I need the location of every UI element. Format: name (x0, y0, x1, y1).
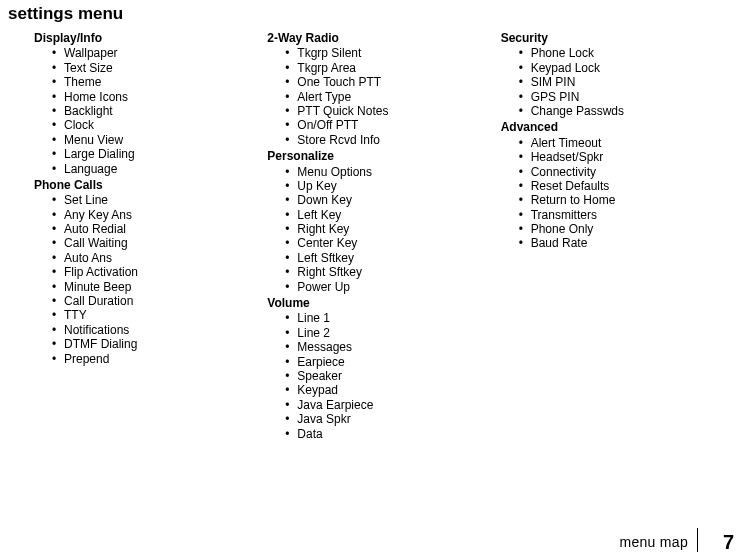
group-list: Tkgrp SilentTkgrp AreaOne Touch PTTAlert… (267, 46, 500, 147)
list-item: Data (267, 427, 500, 441)
list-item: Baud Rate (501, 236, 734, 250)
list-item: Messages (267, 340, 500, 354)
group-list: WallpaperText SizeThemeHome IconsBacklig… (34, 46, 267, 176)
list-item: Language (34, 162, 267, 176)
footer-section-label: menu map (619, 534, 688, 550)
group-title: Volume (267, 296, 500, 310)
list-item: Transmitters (501, 208, 734, 222)
list-item: Down Key (267, 193, 500, 207)
list-item: Left Key (267, 208, 500, 222)
group-list: Line 1Line 2MessagesEarpieceSpeakerKeypa… (267, 311, 500, 441)
list-item: Phone Lock (501, 46, 734, 60)
list-item: Headset/Spkr (501, 150, 734, 164)
list-item: Power Up (267, 280, 500, 294)
list-item: Auto Redial (34, 222, 267, 236)
list-item: Clock (34, 118, 267, 132)
list-item: Left Sftkey (267, 251, 500, 265)
list-item: Call Duration (34, 294, 267, 308)
list-item: Minute Beep (34, 280, 267, 294)
list-item: Center Key (267, 236, 500, 250)
column-0: Display/InfoWallpaperText SizeThemeHome … (34, 30, 267, 443)
group-list: Set LineAny Key AnsAuto RedialCall Waiti… (34, 193, 267, 366)
group-title: Advanced (501, 120, 734, 134)
group-title: Personalize (267, 149, 500, 163)
footer-page-number: 7 (723, 531, 734, 554)
group-title: Display/Info (34, 31, 267, 45)
list-item: Alert Type (267, 90, 500, 104)
list-item: Tkgrp Silent (267, 46, 500, 60)
group-title: Security (501, 31, 734, 45)
list-item: Line 2 (267, 326, 500, 340)
list-item: DTMF Dialing (34, 337, 267, 351)
list-item: Text Size (34, 61, 267, 75)
list-item: Tkgrp Area (267, 61, 500, 75)
list-item: Prepend (34, 352, 267, 366)
list-item: SIM PIN (501, 75, 734, 89)
list-item: On/Off PTT (267, 118, 500, 132)
footer-divider (697, 528, 698, 552)
column-1: 2-Way RadioTkgrp SilentTkgrp AreaOne Tou… (267, 30, 500, 443)
list-item: Home Icons (34, 90, 267, 104)
list-item: TTY (34, 308, 267, 322)
group-list: Phone LockKeypad LockSIM PINGPS PINChang… (501, 46, 734, 118)
group-title: Phone Calls (34, 178, 267, 192)
list-item: Menu Options (267, 165, 500, 179)
list-item: PTT Quick Notes (267, 104, 500, 118)
list-item: Large Dialing (34, 147, 267, 161)
list-item: Change Passwds (501, 104, 734, 118)
list-item: Store Rcvd Info (267, 133, 500, 147)
list-item: Flip Activation (34, 265, 267, 279)
list-item: Line 1 (267, 311, 500, 325)
list-item: Keypad (267, 383, 500, 397)
list-item: Speaker (267, 369, 500, 383)
list-item: Phone Only (501, 222, 734, 236)
group-title: 2-Way Radio (267, 31, 500, 45)
list-item: Up Key (267, 179, 500, 193)
list-item: One Touch PTT (267, 75, 500, 89)
page-title: settings menu (8, 4, 123, 24)
settings-columns: Display/InfoWallpaperText SizeThemeHome … (34, 30, 734, 443)
list-item: Call Waiting (34, 236, 267, 250)
list-item: Keypad Lock (501, 61, 734, 75)
list-item: Java Earpiece (267, 398, 500, 412)
list-item: Reset Defaults (501, 179, 734, 193)
list-item: Wallpaper (34, 46, 267, 60)
list-item: Theme (34, 75, 267, 89)
list-item: Earpiece (267, 355, 500, 369)
list-item: Set Line (34, 193, 267, 207)
list-item: Connectivity (501, 165, 734, 179)
list-item: Return to Home (501, 193, 734, 207)
list-item: Backlight (34, 104, 267, 118)
column-2: SecurityPhone LockKeypad LockSIM PINGPS … (501, 30, 734, 443)
list-item: GPS PIN (501, 90, 734, 104)
list-item: Notifications (34, 323, 267, 337)
list-item: Auto Ans (34, 251, 267, 265)
list-item: Right Sftkey (267, 265, 500, 279)
list-item: Any Key Ans (34, 208, 267, 222)
list-item: Alert Timeout (501, 136, 734, 150)
list-item: Right Key (267, 222, 500, 236)
list-item: Menu View (34, 133, 267, 147)
group-list: Menu OptionsUp KeyDown KeyLeft KeyRight … (267, 165, 500, 295)
group-list: Alert TimeoutHeadset/SpkrConnectivityRes… (501, 136, 734, 251)
list-item: Java Spkr (267, 412, 500, 426)
